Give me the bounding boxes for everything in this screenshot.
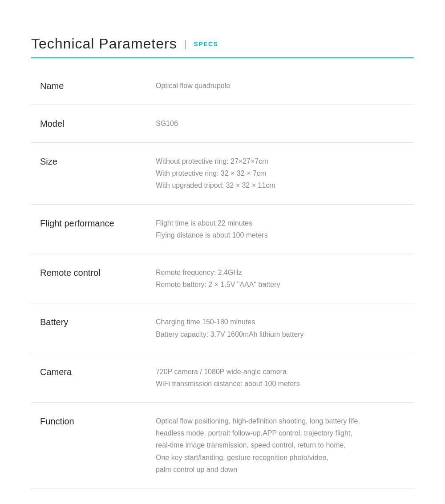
header-title-row: Technical Parameters | SPECS: [31, 36, 414, 52]
header-section: Technical Parameters | SPECS: [31, 36, 414, 58]
spec-label: Remote control: [31, 254, 129, 303]
spec-value: Flight time is about 22 minutesFlying di…: [129, 204, 414, 254]
spec-value: Optical flow quadrupole: [129, 67, 414, 105]
spec-value: Remote frequency: 2.4GHzRemote battery: …: [129, 254, 414, 303]
divider-pipe: |: [184, 38, 187, 50]
page-title: Technical Parameters: [31, 36, 177, 52]
spec-label: Camera: [31, 353, 129, 402]
spec-label: Function: [31, 403, 129, 488]
spec-value: Without protective ring: 27×27×7cmWith p…: [129, 143, 414, 205]
spec-value: SG106: [129, 105, 414, 143]
table-row: Camera720P camera / 1080P wide-angle cam…: [31, 353, 414, 402]
table-row: FunctionOptical flow positioning, high-d…: [31, 403, 414, 488]
spec-value: 720P camera / 1080P wide-angle cameraWiF…: [129, 353, 414, 402]
table-row: BatteryCharging time 150-180 minutesBatt…: [31, 303, 414, 353]
spec-label: Battery: [31, 303, 129, 353]
header-underline: [31, 57, 414, 58]
table-row: Flight performanceFlight time is about 2…: [31, 204, 414, 254]
table-row: NameOptical flow quadrupole: [31, 67, 414, 105]
table-row: SizeWithout protective ring: 27×27×7cmWi…: [31, 143, 414, 205]
spec-label: Size: [31, 143, 129, 205]
table-row: ModelSG106: [31, 105, 414, 143]
table-row: Remote controlRemote frequency: 2.4GHzRe…: [31, 254, 414, 303]
spec-label: Model: [31, 105, 129, 143]
spec-label: Flight performance: [31, 204, 129, 254]
spec-value: Charging time 150-180 minutesBattery cap…: [129, 303, 414, 353]
spec-label: Name: [31, 67, 129, 105]
spec-value: Optical flow positioning, high-definitio…: [129, 403, 414, 488]
specs-table: NameOptical flow quadrupoleModelSG106Siz…: [31, 67, 414, 488]
specs-label: SPECS: [194, 40, 218, 48]
page-wrapper: Technical Parameters | SPECS NameOptical…: [0, 0, 445, 504]
